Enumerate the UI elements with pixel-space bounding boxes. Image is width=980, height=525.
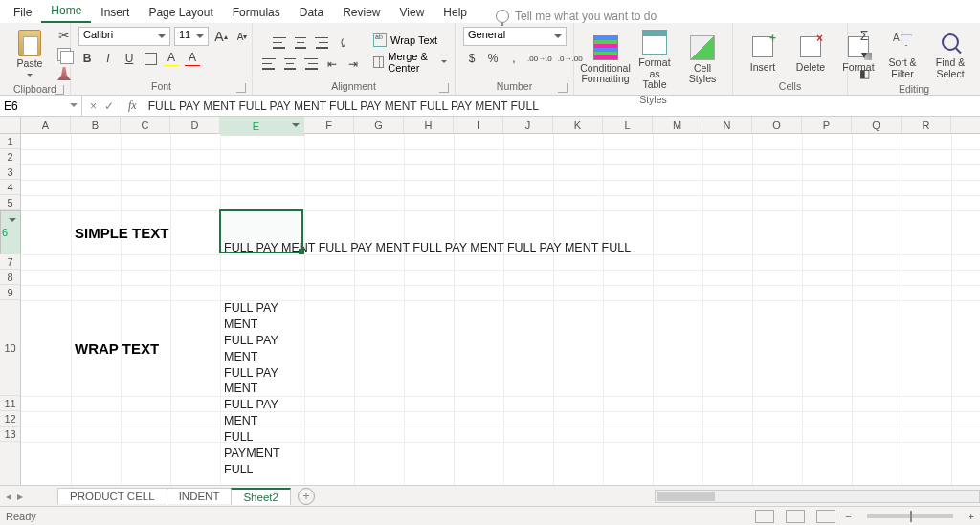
tab-help[interactable]: Help (434, 3, 477, 23)
column-header[interactable]: R (902, 117, 951, 133)
column-header[interactable]: I (454, 117, 503, 133)
next-sheet-button[interactable]: ▸ (17, 490, 23, 503)
tab-formulas[interactable]: Formulas (223, 3, 290, 23)
merge-center-button[interactable]: Merge & Center (373, 51, 447, 74)
cells-insert-button[interactable]: Insert (741, 32, 785, 76)
orientation-button[interactable]: ⤹ (334, 34, 351, 52)
tab-home[interactable]: Home (41, 1, 91, 23)
align-bottom-button[interactable] (313, 34, 330, 52)
column-header[interactable]: J (503, 117, 553, 133)
row-header[interactable]: 3 (0, 164, 20, 180)
cells-delete-button[interactable]: Delete (789, 32, 833, 76)
column-header[interactable]: M (653, 117, 702, 133)
sheet-tab-indent[interactable]: INDENT (167, 488, 233, 504)
normal-view-button[interactable] (755, 510, 774, 523)
column-header[interactable]: H (404, 117, 454, 133)
comma-button[interactable]: , (505, 50, 523, 67)
paste-button[interactable]: Paste (8, 28, 52, 81)
column-header[interactable]: Q (852, 117, 902, 133)
underline-button[interactable]: U (121, 50, 138, 67)
borders-button[interactable] (142, 50, 159, 67)
column-header[interactable]: E (220, 117, 304, 136)
worksheet-grid[interactable]: ABCDEFGHIJKLMNOPQR 12345678910111213 SIM… (0, 117, 980, 485)
row-header[interactable]: 5 (0, 195, 20, 210)
dialog-launcher-icon[interactable] (558, 83, 568, 93)
format-as-table-button[interactable]: Format as Table (633, 27, 677, 93)
sheet-tab-sheet2[interactable]: Sheet2 (231, 488, 290, 505)
cells-area[interactable]: SIMPLE TEXTFULL PAY MENT FULL PAY MENT F… (21, 134, 980, 485)
column-header[interactable]: D (170, 117, 220, 133)
fill-handle[interactable] (299, 249, 304, 254)
font-name-select[interactable]: Calibri (78, 27, 170, 46)
column-header[interactable]: O (752, 117, 802, 133)
column-header[interactable]: G (354, 117, 404, 133)
align-left-button[interactable] (260, 55, 278, 73)
tab-insert[interactable]: Insert (91, 3, 139, 23)
zoom-in-button[interactable]: + (969, 511, 974, 522)
horizontal-scrollbar[interactable] (655, 490, 980, 503)
row-header[interactable]: 1 (0, 134, 20, 149)
column-header[interactable]: K (553, 117, 603, 133)
scrollbar-thumb[interactable] (657, 492, 715, 501)
align-middle-button[interactable] (292, 34, 309, 52)
column-header[interactable]: F (304, 117, 354, 133)
conditional-formatting-button[interactable]: Conditional Formatting (582, 33, 629, 87)
select-all-corner[interactable] (0, 117, 21, 134)
tab-data[interactable]: Data (290, 3, 333, 23)
page-layout-view-button[interactable] (786, 510, 805, 523)
cancel-entry-button[interactable]: × (90, 99, 97, 113)
font-color-button[interactable]: A (184, 50, 201, 67)
row-header[interactable]: 12 (0, 411, 20, 427)
column-header[interactable]: A (21, 117, 71, 133)
enter-entry-button[interactable]: ✓ (104, 99, 114, 113)
increase-font-button[interactable]: A▴ (212, 28, 230, 45)
align-center-button[interactable] (281, 55, 299, 73)
row-header[interactable]: 13 (0, 427, 20, 442)
number-format-select[interactable]: General (463, 27, 567, 46)
dialog-launcher-icon[interactable] (55, 85, 64, 95)
tab-review[interactable]: Review (333, 3, 390, 23)
row-header[interactable]: 7 (0, 254, 20, 270)
increase-decimal-button[interactable]: .00→.0 (526, 50, 553, 67)
prev-sheet-button[interactable]: ◂ (6, 490, 11, 503)
currency-button[interactable]: $ (463, 50, 480, 67)
tell-me-search[interactable]: Tell me what you want to do (496, 10, 657, 23)
fill-button[interactable]: ▾ (856, 46, 873, 63)
column-header[interactable]: P (802, 117, 852, 133)
formula-input[interactable]: FULL PAY MENT FULL PAY MENT FULL PAY MEN… (143, 99, 980, 113)
align-right-button[interactable] (302, 55, 320, 73)
name-box[interactable]: E6 (0, 96, 82, 116)
tab-file[interactable]: File (4, 3, 41, 23)
sheet-tab-product-cell[interactable]: PRODUCT CELL (57, 488, 167, 504)
row-header[interactable]: 9 (0, 285, 20, 300)
row-header[interactable]: 4 (0, 180, 20, 195)
column-header[interactable]: L (603, 117, 653, 133)
column-header[interactable]: N (702, 117, 752, 133)
column-header[interactable]: B (71, 117, 121, 133)
fx-icon[interactable]: fx (122, 98, 143, 113)
new-sheet-button[interactable]: + (298, 488, 315, 505)
align-top-button[interactable] (271, 34, 288, 52)
autosum-button[interactable]: Σ (856, 27, 873, 44)
tab-view[interactable]: View (390, 3, 434, 23)
font-size-select[interactable]: 11 (174, 27, 209, 46)
dialog-launcher-icon[interactable] (439, 83, 449, 93)
find-select-button[interactable]: Find & Select (928, 27, 972, 81)
zoom-out-button[interactable]: − (845, 511, 851, 522)
cell-styles-button[interactable]: Cell Styles (680, 33, 724, 87)
italic-button[interactable]: I (100, 50, 117, 67)
row-header[interactable]: 11 (0, 396, 20, 411)
decrease-indent-button[interactable]: ⇤ (323, 55, 341, 73)
decrease-font-button[interactable]: A▾ (234, 28, 251, 45)
row-header[interactable]: 8 (0, 270, 20, 285)
zoom-slider[interactable] (867, 514, 953, 518)
tab-page-layout[interactable]: Page Layout (139, 3, 222, 23)
clear-button[interactable]: ◧ (856, 65, 873, 82)
wrap-text-button[interactable]: Wrap Text (373, 33, 437, 47)
dialog-launcher-icon[interactable] (236, 83, 246, 93)
column-header[interactable]: C (121, 117, 170, 133)
row-header[interactable]: 2 (0, 149, 20, 164)
row-header[interactable]: 10 (0, 300, 20, 396)
row-header[interactable]: 6 (0, 210, 21, 254)
bold-button[interactable]: B (78, 50, 96, 67)
